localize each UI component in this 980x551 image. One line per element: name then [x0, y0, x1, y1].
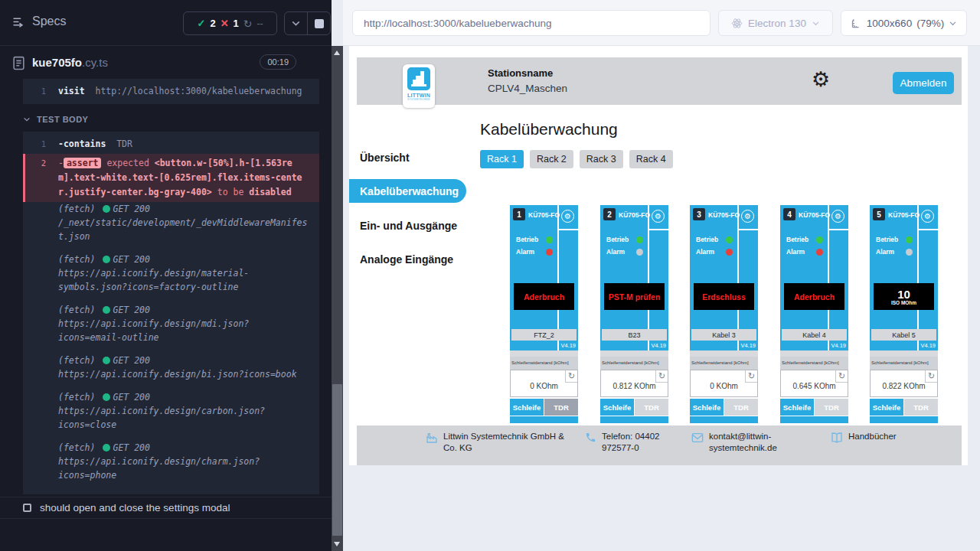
sidebar-item-uebersicht[interactable]: Übersicht — [360, 152, 410, 164]
status-dot-icon — [103, 205, 110, 213]
refresh-icon[interactable]: ↻ — [745, 370, 757, 383]
fetch-log-row[interactable]: (fetch)GET 200https://api.iconify.design… — [23, 441, 319, 482]
pending-test-row[interactable]: should open and close the settings modal — [0, 497, 332, 519]
iso-unit: ISO MOhm — [891, 300, 916, 305]
viewport-select[interactable]: 1000x660 (79%) — [841, 10, 967, 36]
schleife-button[interactable]: Schleife — [870, 399, 903, 416]
collapse-button[interactable] — [285, 12, 307, 34]
fetch-log-row[interactable]: (fetch)GET 200https://api.iconify.design… — [23, 303, 319, 344]
command-log: 1 visit http://localhost:3000/kabelueber… — [0, 79, 332, 496]
module-gear-icon[interactable]: ⚙ — [921, 210, 934, 223]
factory-icon — [426, 432, 438, 444]
refresh-icon[interactable]: ↻ — [925, 370, 937, 383]
resistance-label: Schleifenwiderstand [kOhm] — [510, 357, 578, 370]
logout-button[interactable]: Abmelden — [893, 72, 954, 94]
scroll-down-icon[interactable] — [334, 542, 340, 546]
cable-name: FTZ_2 — [511, 329, 577, 341]
tdr-button[interactable]: TDR — [635, 399, 668, 416]
stop-icon — [315, 19, 324, 28]
command-number: 1 — [23, 137, 46, 152]
command-contains[interactable]: 1 -contains TDR — [23, 135, 319, 154]
resistance-value: 0 KOhm — [511, 382, 577, 390]
spec-row[interactable]: kue705fo.cy.ts 00:19 — [0, 46, 332, 79]
fetch-url: https://api.iconify.design/bi.json?icons… — [58, 369, 297, 380]
refresh-icon[interactable]: ↻ — [565, 370, 577, 383]
firmware-version: V4.19 — [560, 342, 576, 349]
alarm-label: Alarm — [786, 248, 805, 256]
module-gear-icon[interactable]: ⚙ — [652, 210, 665, 223]
module-gear-icon[interactable]: ⚙ — [831, 210, 844, 223]
fetch-log-row[interactable]: (fetch)GET 200https://api.iconify.design… — [23, 354, 319, 381]
electron-icon — [731, 18, 743, 29]
littwin-logo-icon — [407, 67, 430, 90]
alarm-led — [906, 249, 913, 256]
reporter-scrollbar[interactable] — [332, 46, 343, 551]
schleife-button[interactable]: Schleife — [600, 399, 634, 416]
tdr-button[interactable]: TDR — [815, 399, 848, 416]
command-visit[interactable]: 1 visit http://localhost:3000/kabelueber… — [23, 82, 319, 101]
scroll-up-icon[interactable] — [334, 51, 340, 55]
module-gear-icon[interactable]: ⚙ — [741, 210, 754, 223]
module-front: 3 KÜ705-FO ⚙ Betrieb Alarm Erdschluss Ka… — [690, 205, 758, 350]
settings-gear-icon[interactable]: ⚙ — [812, 70, 830, 90]
tab-rack-2[interactable]: Rack 2 — [530, 150, 573, 168]
footer-manuals[interactable]: Handbücher — [831, 431, 897, 444]
chevron-down-icon — [949, 19, 957, 28]
sidebar-item-ein-und-ausgaenge[interactable]: Ein- und Ausgänge — [360, 220, 457, 232]
betrieb-led — [546, 236, 553, 243]
cypress-reporter-panel: Specs ✓ 2 ✕ 1 ↻ -- kue705fo.cy.ts — [0, 0, 332, 551]
command-assert-failed[interactable]: 2 -assert expected <button.w-[50%].h-[1.… — [23, 154, 319, 202]
tdr-button[interactable]: TDR — [544, 399, 578, 416]
alarm-display: Aderbruch — [784, 283, 844, 310]
footer-email[interactable]: kontakt@littwin-systemtechnik.de — [691, 431, 799, 454]
resistance-value: 0.812 KOhm — [601, 382, 668, 390]
alarm-message: Erdschluss — [702, 292, 746, 302]
url-text: http://localhost:3000/kabelueberwachung — [364, 18, 551, 29]
schleife-button[interactable]: Schleife — [780, 399, 814, 416]
refresh-icon[interactable]: ↻ — [655, 370, 668, 383]
fetch-log-row[interactable]: (fetch)GET 200https://api.iconify.design… — [23, 390, 319, 432]
assert-expected: expected — [106, 158, 149, 168]
betrieb-label: Betrieb — [606, 236, 629, 243]
fetch-log-row[interactable]: (fetch)GET 200/_next/static/development/… — [23, 202, 319, 243]
module-title: KÜ705-FO — [888, 211, 920, 219]
resistance-label: Schleifenwiderstand [kOhm] — [600, 357, 668, 370]
scrollbar-thumb[interactable] — [332, 384, 342, 536]
logo-text: LITTWIN — [407, 93, 430, 98]
assert-badge: assert — [64, 158, 102, 168]
module-front: 2 KÜ705-FO ⚙ Betrieb Alarm PST-M prüfen … — [600, 205, 668, 350]
refresh-icon[interactable]: ↻ — [835, 370, 848, 383]
fetch-label: (fetch) — [58, 254, 95, 265]
tab-rack-1[interactable]: Rack 1 — [480, 150, 524, 168]
sidebar-item-kabelueberwachung[interactable]: Kabelüberwachung — [349, 179, 466, 203]
stop-button[interactable] — [307, 12, 330, 34]
status-dot-icon — [103, 444, 110, 452]
tab-rack-3[interactable]: Rack 3 — [580, 150, 623, 168]
test-body-section[interactable]: TEST BODY — [23, 115, 332, 124]
url-bar[interactable]: http://localhost:3000/kabelueberwachung — [352, 10, 710, 36]
tdr-button[interactable]: TDR — [904, 399, 938, 416]
specs-button[interactable]: Specs — [12, 15, 66, 28]
module-card-2: 2 KÜ705-FO ⚙ Betrieb Alarm PST-M prüfen … — [600, 205, 668, 423]
schleife-button[interactable]: Schleife — [690, 399, 724, 416]
test-stats: ✓ 2 ✕ 1 ↻ -- — [183, 11, 277, 35]
assert-message: -assert expected <button.w-[50%].h-[1.56… — [58, 156, 308, 200]
station-name: CPLV4_Maschen — [488, 83, 567, 94]
tab-rack-4[interactable]: Rack 4 — [629, 150, 673, 168]
sidebar-item-analoge-eingaenge[interactable]: Analoge Eingänge — [360, 253, 453, 266]
module-number: 1 — [513, 208, 525, 220]
fetch-url: https://api.iconify.design/mdi.json?icon… — [58, 318, 249, 343]
tdr-button[interactable]: TDR — [724, 399, 758, 416]
manuals-label: Handbücher — [848, 431, 897, 444]
schleife-button[interactable]: Schleife — [510, 399, 544, 416]
module-number: 2 — [603, 208, 616, 220]
fetch-log-row[interactable]: (fetch)GET 200https://api.iconify.design… — [23, 253, 319, 294]
module-gear-icon[interactable]: ⚙ — [561, 210, 574, 223]
phone-icon — [585, 432, 596, 443]
alarm-message: PST-M prüfen — [609, 292, 661, 302]
spec-extension: .cy.ts — [82, 56, 108, 69]
firmware-version: V4.19 — [920, 342, 936, 349]
resistance-readout: ↻ 0.812 KOhm — [600, 370, 668, 397]
browser-select[interactable]: Electron 130 — [718, 10, 833, 36]
command-group-test: 1 -contains TDR 2 -assert expected <butt… — [23, 132, 319, 494]
